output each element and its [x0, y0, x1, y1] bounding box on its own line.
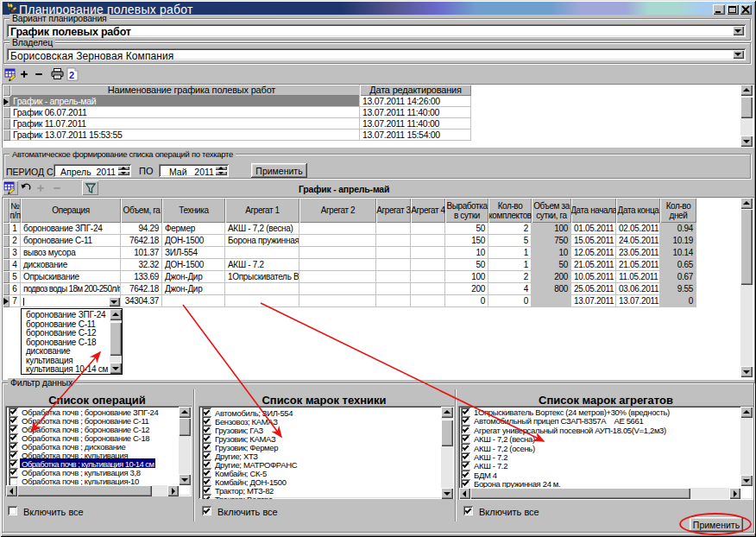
svg-text:2: 2	[69, 70, 74, 80]
